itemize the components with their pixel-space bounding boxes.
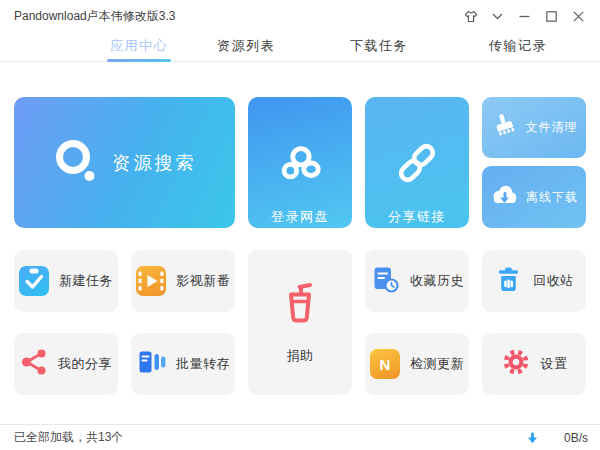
offline-download-label: 离线下载 xyxy=(526,189,578,206)
gear-icon xyxy=(501,347,531,381)
chevron-down-icon[interactable] xyxy=(484,0,511,32)
film-play-icon xyxy=(136,266,166,296)
new-task-label: 新建任务 xyxy=(59,272,113,290)
login-netdisk-label: 登录网盘 xyxy=(271,208,329,226)
tab-download-tasks[interactable]: 下载任务 xyxy=(350,34,408,62)
tab-resource-list[interactable]: 资源列表 xyxy=(217,34,275,62)
share-link-label: 分享链接 xyxy=(388,208,446,226)
settings-label: 设置 xyxy=(541,355,568,373)
share-nodes-icon xyxy=(20,348,48,380)
status-loaded-text: 已全部加载，共13个 xyxy=(14,429,123,446)
download-speed-icon xyxy=(527,432,538,444)
donate-card[interactable]: 捐助 xyxy=(248,250,352,395)
my-share-card[interactable]: 我的分享 xyxy=(14,333,118,395)
theme-shirt-icon[interactable] xyxy=(457,0,484,32)
update-n-icon: N xyxy=(370,349,400,379)
status-bar: 已全部加载，共13个 0B/s xyxy=(0,424,600,450)
batch-save-label: 批量转存 xyxy=(176,355,230,373)
batch-save-card[interactable]: 批量转存 xyxy=(131,333,235,395)
drink-cup-icon xyxy=(280,281,320,331)
movies-label: 影视新番 xyxy=(176,272,230,290)
recycle-bin-card[interactable]: 回收站 xyxy=(482,250,586,312)
tab-app-center[interactable]: 应用中心 xyxy=(110,34,168,62)
maximize-icon[interactable] xyxy=(538,0,565,32)
check-update-card[interactable]: N 检测更新 xyxy=(365,333,469,395)
cloud-download-icon xyxy=(490,182,518,212)
resource-search-card[interactable]: 资源搜索 xyxy=(14,97,235,228)
tab-bar: 应用中心 资源列表 下载任务 传输记录 xyxy=(0,32,600,62)
favorites-history-label: 收藏历史 xyxy=(410,272,464,290)
window-title: Pandownload卢本伟修改版3.3 xyxy=(14,8,175,25)
recycle-bin-label: 回收站 xyxy=(533,272,574,290)
donate-label: 捐助 xyxy=(287,347,314,365)
chain-link-icon xyxy=(392,137,442,193)
favorites-history-card[interactable]: 收藏历史 xyxy=(365,250,469,312)
book-bars-icon xyxy=(136,347,166,381)
my-share-label: 我的分享 xyxy=(58,355,112,373)
broom-icon xyxy=(491,112,518,143)
window-controls xyxy=(457,0,592,32)
resource-search-label: 资源搜索 xyxy=(113,151,197,175)
file-clean-label: 文件清理 xyxy=(526,119,578,136)
login-netdisk-card[interactable]: 登录网盘 xyxy=(248,97,352,228)
tab-transfer-history[interactable]: 传输记录 xyxy=(489,34,547,62)
search-logo-icon xyxy=(53,138,99,188)
baidu-cloud-icon xyxy=(273,137,327,193)
share-link-card[interactable]: 分享链接 xyxy=(365,97,469,228)
new-task-card[interactable]: 新建任务 xyxy=(14,250,118,312)
check-update-label: 检测更新 xyxy=(410,355,464,373)
movies-card[interactable]: 影视新番 xyxy=(131,250,235,312)
trash-icon xyxy=(494,265,523,298)
clipboard-check-icon xyxy=(19,266,49,296)
offline-download-card[interactable]: 离线下载 xyxy=(482,166,586,228)
download-speed-value: 0B/s xyxy=(554,431,588,445)
title-bar: Pandownload卢本伟修改版3.3 xyxy=(0,0,600,32)
settings-card[interactable]: 设置 xyxy=(482,333,586,395)
update-n-letter: N xyxy=(380,357,391,372)
file-clean-card[interactable]: 文件清理 xyxy=(482,97,586,158)
minimize-icon[interactable] xyxy=(511,0,538,32)
document-clock-icon xyxy=(370,265,400,298)
close-icon[interactable] xyxy=(565,0,592,32)
